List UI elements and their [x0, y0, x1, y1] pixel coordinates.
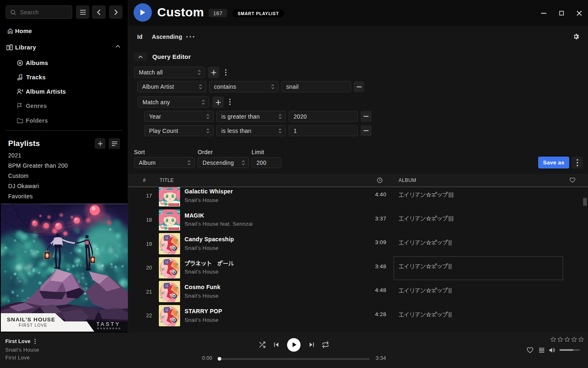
svg-text:TASTY: TASTY	[96, 321, 120, 327]
svg-text:FIRST LOVE: FIRST LOVE	[19, 323, 47, 328]
svg-text:SNAIL’S HOUSE: SNAIL’S HOUSE	[7, 316, 56, 323]
